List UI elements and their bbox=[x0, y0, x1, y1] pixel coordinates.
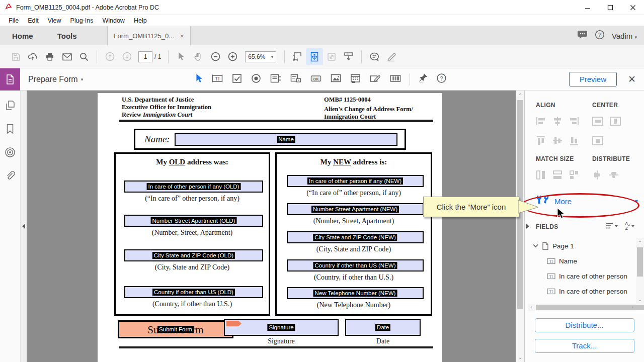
page-down-icon[interactable] bbox=[118, 48, 135, 65]
align-vertical-center-icon[interactable] bbox=[552, 136, 562, 148]
fit-one-full-page-icon[interactable] bbox=[306, 48, 323, 65]
tab-tools[interactable]: Tools bbox=[45, 26, 89, 45]
tab-close-icon[interactable]: × bbox=[180, 32, 184, 40]
distribute-vertically-icon[interactable] bbox=[592, 170, 602, 182]
feedback-bubble-icon[interactable] bbox=[577, 30, 588, 41]
tab-home[interactable]: Home bbox=[0, 26, 45, 45]
fields-horizontal-scrollbar[interactable]: ‹ › bbox=[528, 304, 636, 311]
page-thumbnails-icon[interactable] bbox=[5, 100, 16, 114]
match-height-icon[interactable] bbox=[536, 170, 546, 182]
sort-order-icon[interactable] bbox=[606, 222, 619, 232]
close-button[interactable] bbox=[621, 0, 644, 15]
distribute-button[interactable]: Distribute... bbox=[535, 318, 634, 332]
comment-icon[interactable] bbox=[366, 48, 383, 65]
old-country-field[interactable]: Country if other than US (OLD) bbox=[124, 286, 263, 298]
radio-button-field-icon[interactable] bbox=[251, 73, 262, 86]
menu-plugins[interactable]: Plug-Ins bbox=[66, 16, 98, 25]
scroll-down-icon[interactable]: ⌄ bbox=[636, 295, 644, 304]
new-telephone-field[interactable]: New Telephone Number (NEW) bbox=[287, 287, 424, 299]
match-both-icon[interactable] bbox=[569, 170, 579, 182]
tab-document[interactable]: Form_OMB1125_0... × bbox=[107, 26, 191, 45]
menu-file[interactable]: File bbox=[4, 16, 23, 25]
minimize-button[interactable] bbox=[576, 0, 599, 15]
zoom-level-select[interactable]: 65.6%▾ bbox=[245, 51, 276, 62]
document-canvas[interactable]: U.S. Department of Justice Executive Off… bbox=[27, 90, 524, 362]
select-tool-icon[interactable] bbox=[173, 48, 190, 65]
checkbox-field-icon[interactable] bbox=[231, 73, 243, 86]
scroll-left-icon[interactable]: ‹ bbox=[528, 304, 535, 311]
select-object-icon[interactable] bbox=[195, 73, 203, 85]
old-street-field[interactable]: Number Street Apartment (OLD) bbox=[124, 215, 263, 227]
new-city-field[interactable]: City State and ZIP Code (NEW) bbox=[287, 231, 424, 243]
button-field-icon[interactable]: OK bbox=[310, 73, 322, 86]
new-street-field[interactable]: Number Street Apartment (NEW) bbox=[287, 203, 424, 215]
sort-alphabetical-icon[interactable]: AZ bbox=[624, 221, 637, 232]
prepare-form-menu[interactable]: Prepare Form ▾ bbox=[28, 75, 83, 84]
resize-pages-icon[interactable] bbox=[289, 48, 306, 65]
center-vertically-icon[interactable] bbox=[610, 117, 621, 128]
close-tool-icon[interactable]: ✕ bbox=[628, 73, 636, 85]
tree-item-field[interactable]: TI In care of other person bbox=[528, 284, 644, 299]
document-vertical-scrollbar[interactable]: ⌃ ⌄ bbox=[516, 90, 524, 362]
scroll-down-icon[interactable]: ⌄ bbox=[516, 353, 524, 361]
bookmarks-icon[interactable] bbox=[5, 123, 15, 137]
old-city-field[interactable]: City State and ZIP Code (OLD) bbox=[124, 249, 263, 261]
user-menu[interactable]: Vadim ▾ bbox=[612, 32, 637, 40]
search-icon[interactable] bbox=[75, 48, 93, 65]
fields-vertical-scrollbar[interactable]: ⌃ ⌄ bbox=[636, 238, 644, 304]
text-field-icon[interactable]: TI bbox=[211, 73, 223, 86]
align-top-icon[interactable] bbox=[536, 136, 546, 148]
match-width-icon[interactable] bbox=[552, 170, 562, 182]
image-field-icon[interactable] bbox=[330, 73, 342, 85]
signature-field[interactable]: Signature bbox=[224, 319, 339, 336]
zoom-out-icon[interactable] bbox=[207, 48, 224, 65]
share-icon[interactable] bbox=[24, 48, 41, 65]
pin-icon[interactable] bbox=[418, 73, 428, 86]
center-horizontally-icon[interactable] bbox=[592, 117, 603, 128]
submit-form-button[interactable]: Submit Form Submit Form bbox=[118, 320, 233, 338]
name-form-field[interactable]: Name bbox=[175, 133, 397, 146]
barcode-field-icon[interactable] bbox=[389, 73, 401, 86]
tree-item-field[interactable]: TI In care of other person bbox=[528, 268, 644, 284]
old-in-care-of-field[interactable]: In care of other person if any (OLD) bbox=[124, 180, 263, 193]
maximize-button[interactable] bbox=[599, 0, 621, 15]
preview-button[interactable]: Preview bbox=[569, 72, 617, 86]
presentation-icon[interactable] bbox=[340, 48, 357, 65]
left-panel-collapse-handle[interactable] bbox=[20, 90, 27, 362]
signature-field-icon[interactable] bbox=[369, 73, 381, 86]
help-icon[interactable]: ? bbox=[436, 73, 447, 85]
page-number-input[interactable]: 1 bbox=[138, 51, 152, 62]
align-right-icon[interactable] bbox=[569, 116, 579, 128]
distribute-horizontally-icon[interactable] bbox=[609, 170, 619, 182]
hand-tool-icon[interactable] bbox=[190, 48, 207, 65]
page-up-icon[interactable] bbox=[101, 48, 118, 65]
new-country-field[interactable]: Country if other than US (NEW) bbox=[287, 259, 424, 272]
tree-item-page1[interactable]: Page 1 bbox=[528, 238, 644, 253]
menu-edit[interactable]: Edit bbox=[23, 16, 43, 25]
scrollbar-thumb[interactable] bbox=[536, 305, 644, 310]
email-icon[interactable] bbox=[58, 48, 75, 65]
destinations-icon[interactable] bbox=[4, 146, 16, 160]
new-in-care-of-field[interactable]: In care of other person if any (NEW) bbox=[287, 175, 424, 187]
align-horizontal-center-icon[interactable] bbox=[552, 116, 562, 128]
date-field[interactable]: Date bbox=[345, 319, 421, 336]
fullscreen-icon[interactable] bbox=[323, 48, 340, 65]
date-field-icon[interactable] bbox=[350, 73, 361, 86]
help-circle-icon[interactable]: ? bbox=[595, 30, 605, 42]
scrollbar-thumb[interactable] bbox=[637, 247, 643, 277]
scroll-up-icon[interactable]: ⌃ bbox=[636, 238, 644, 247]
align-bottom-icon[interactable] bbox=[569, 136, 579, 148]
tree-item-field[interactable]: TI Name bbox=[528, 253, 644, 268]
dropdown-field-icon[interactable] bbox=[290, 73, 302, 86]
menu-window[interactable]: Window bbox=[98, 16, 129, 25]
zoom-in-icon[interactable] bbox=[224, 48, 241, 65]
save-icon[interactable] bbox=[7, 48, 24, 65]
print-icon[interactable] bbox=[41, 48, 58, 65]
attachments-icon[interactable] bbox=[4, 170, 16, 184]
track-button[interactable]: Track... bbox=[535, 339, 634, 353]
center-both-icon[interactable] bbox=[592, 136, 603, 147]
menu-view[interactable]: View bbox=[43, 16, 66, 25]
scroll-up-icon[interactable]: ⌃ bbox=[516, 91, 524, 100]
right-panel-collapse-handle[interactable] bbox=[526, 222, 530, 231]
list-box-field-icon[interactable] bbox=[270, 73, 282, 86]
